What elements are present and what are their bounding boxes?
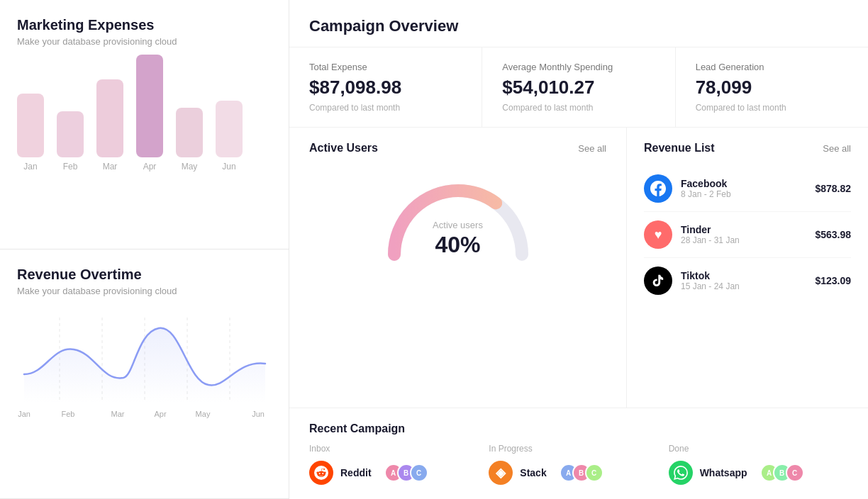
gauge-container: Active users 40% bbox=[309, 166, 606, 265]
recent-campaign-title: Recent Campaign bbox=[309, 422, 848, 435]
revenue-list-header: Revenue List See all bbox=[644, 142, 851, 155]
stats-row: Total Expense $87,098.98 Compared to las… bbox=[289, 47, 868, 128]
revenue-name: Facebook bbox=[681, 178, 815, 189]
gauge-text: Active users 40% bbox=[380, 220, 536, 258]
stat-card: Average Monthly Spending $54,010.27 Comp… bbox=[482, 47, 675, 127]
revenue-info: Tinder 28 Jan - 31 Jan bbox=[681, 224, 815, 245]
avatar-group: ABC bbox=[560, 464, 603, 482]
revenue-title: Revenue Overtime bbox=[17, 267, 272, 283]
campaign-item: ◈ Stack ABC bbox=[489, 461, 668, 485]
bar bbox=[136, 55, 163, 157]
bar-label: Apr bbox=[143, 162, 157, 172]
bar-group: May bbox=[176, 108, 203, 172]
active-users-title: Active Users bbox=[309, 142, 378, 155]
bar-group: Apr bbox=[136, 55, 163, 172]
tinder-icon: ♥ bbox=[644, 220, 672, 249]
revenue-item: ♥ Tinder 28 Jan - 31 Jan $563.98 bbox=[644, 212, 851, 258]
whatsapp-icon bbox=[669, 461, 693, 485]
left-panel: Marketing Expenses Make your database pr… bbox=[0, 0, 289, 499]
campaign-col-header: Done bbox=[669, 444, 848, 454]
revenue-overtime-section: Revenue Overtime Make your database prov… bbox=[0, 250, 289, 499]
right-panel: Campaign Overview Total Expense $87,098.… bbox=[289, 0, 868, 499]
svg-text:Mar: Mar bbox=[111, 410, 125, 418]
revenue-date: 8 Jan - 2 Feb bbox=[681, 189, 815, 199]
bar-label: Jun bbox=[222, 162, 235, 172]
revenue-info: Facebook 8 Jan - 2 Feb bbox=[681, 178, 815, 199]
active-users-see-all[interactable]: See all bbox=[578, 143, 606, 154]
bar-label: Jan bbox=[23, 162, 37, 172]
revenue-items: Facebook 8 Jan - 2 Feb $878.82 ♥ Tinder … bbox=[644, 166, 851, 303]
stat-value: $87,098.98 bbox=[309, 77, 462, 99]
reddit-icon bbox=[309, 461, 333, 485]
active-users-panel: Active Users See all bbox=[289, 128, 627, 408]
fb-icon bbox=[644, 174, 672, 203]
bar-group: Jan bbox=[17, 94, 44, 172]
stat-compare: Compared to last month bbox=[502, 103, 655, 113]
revenue-item: Tiktok 15 Jan - 24 Jan $123.09 bbox=[644, 258, 851, 303]
stat-label: Average Monthly Spending bbox=[502, 62, 655, 72]
avatar-group: ABC bbox=[760, 464, 804, 482]
svg-text:Apr: Apr bbox=[154, 410, 166, 418]
gauge-value: 40% bbox=[380, 232, 536, 258]
campaign-item: Whatsapp ABC bbox=[669, 461, 848, 485]
revenue-name: Tiktok bbox=[681, 270, 815, 281]
revenue-subtitle: Make your database provisioning cloud bbox=[17, 286, 272, 296]
campaign-column: Inbox Reddit ABC bbox=[309, 444, 489, 485]
revenue-amount: $878.82 bbox=[815, 183, 851, 194]
campaign-overview-title: Campaign Overview bbox=[309, 17, 848, 35]
stat-value: 78,099 bbox=[696, 77, 848, 99]
revenue-item: Facebook 8 Jan - 2 Feb $878.82 bbox=[644, 166, 851, 212]
svg-text:Jun: Jun bbox=[252, 410, 265, 418]
bar-label: Feb bbox=[63, 162, 78, 172]
avatar-group: ABC bbox=[384, 464, 428, 482]
revenue-date: 28 Jan - 31 Jan bbox=[681, 235, 815, 245]
marketing-title: Marketing Expenses bbox=[17, 17, 272, 33]
campaign-columns: Inbox Reddit ABC In Progress ◈ Stack ABC… bbox=[309, 444, 848, 485]
active-users-header: Active Users See all bbox=[309, 142, 606, 155]
svg-text:May: May bbox=[196, 410, 211, 418]
stat-label: Lead Generation bbox=[696, 62, 848, 72]
stat-card: Total Expense $87,098.98 Compared to las… bbox=[289, 47, 482, 127]
tiktok-icon bbox=[644, 267, 672, 295]
campaign-column: In Progress ◈ Stack ABC bbox=[489, 444, 668, 485]
bar-chart: JanFebMarAprMayJun bbox=[17, 61, 272, 174]
campaign-column: Done Whatsapp ABC bbox=[669, 444, 848, 485]
revenue-amount: $563.98 bbox=[815, 229, 851, 240]
bar bbox=[57, 111, 84, 157]
revenue-amount: $123.09 bbox=[815, 275, 851, 286]
avatar: C bbox=[410, 464, 428, 482]
gauge-label: Active users bbox=[380, 220, 536, 230]
campaign-header: Campaign Overview bbox=[289, 0, 868, 47]
marketing-expenses-section: Marketing Expenses Make your database pr… bbox=[0, 0, 289, 250]
bar-label: Mar bbox=[103, 162, 118, 172]
bar bbox=[17, 94, 44, 157]
line-chart: Jan Feb Mar Apr May Jun bbox=[17, 310, 272, 424]
campaign-col-header: Inbox bbox=[309, 444, 489, 454]
campaign-item: Reddit ABC bbox=[309, 461, 489, 485]
avatar: C bbox=[786, 464, 804, 482]
revenue-list-panel: Revenue List See all Facebook 8 Jan - 2 … bbox=[627, 128, 868, 408]
bar-group: Feb bbox=[57, 111, 84, 172]
middle-section: Active Users See all bbox=[289, 128, 868, 408]
revenue-info: Tiktok 15 Jan - 24 Jan bbox=[681, 270, 815, 291]
bar bbox=[96, 79, 123, 157]
bar bbox=[176, 108, 203, 157]
avatar: C bbox=[585, 464, 603, 482]
stat-card: Lead Generation 78,099 Compared to last … bbox=[676, 47, 868, 127]
campaign-col-header: In Progress bbox=[489, 444, 668, 454]
bar-group: Mar bbox=[96, 79, 123, 172]
stat-value: $54,010.27 bbox=[502, 77, 655, 99]
svg-text:Feb: Feb bbox=[62, 410, 75, 418]
bar bbox=[216, 101, 243, 157]
revenue-name: Tinder bbox=[681, 224, 815, 235]
stat-compare: Compared to last month bbox=[696, 103, 848, 113]
campaign-name: Reddit bbox=[340, 467, 372, 478]
recent-campaign-section: Recent Campaign Inbox Reddit ABC In Prog… bbox=[289, 408, 868, 499]
revenue-date: 15 Jan - 24 Jan bbox=[681, 281, 815, 291]
svg-text:Jan: Jan bbox=[18, 410, 30, 418]
line-chart-svg: Jan Feb Mar Apr May Jun bbox=[17, 310, 272, 424]
revenue-list-see-all[interactable]: See all bbox=[823, 143, 851, 154]
campaign-name: Stack bbox=[520, 467, 546, 478]
stat-label: Total Expense bbox=[309, 62, 462, 72]
stack-icon: ◈ bbox=[489, 461, 513, 485]
